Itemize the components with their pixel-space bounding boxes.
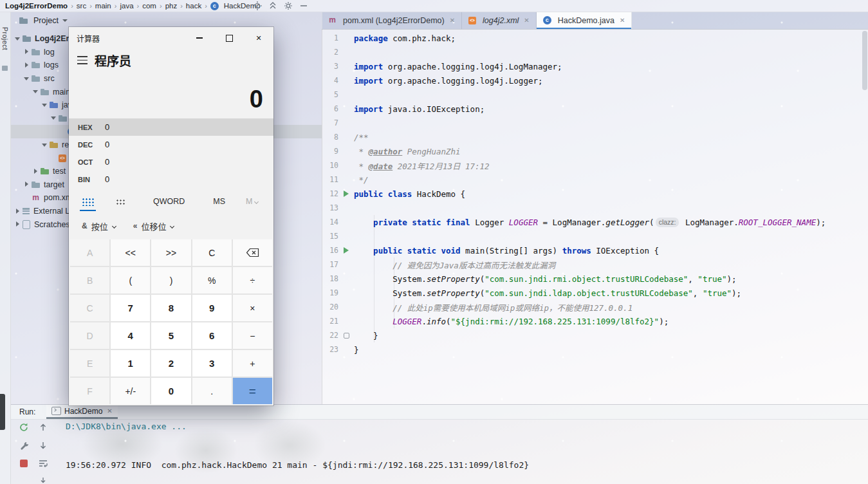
tree-toggle-icon[interactable] xyxy=(23,48,30,55)
line-number[interactable]: 9 xyxy=(322,147,344,156)
radix-row-oct[interactable]: OCT0 xyxy=(69,153,273,171)
line-number[interactable]: 1 xyxy=(322,33,344,42)
line-number[interactable]: 17 xyxy=(322,260,344,269)
line-number[interactable]: 21 xyxy=(322,317,344,326)
run-line-icon[interactable] xyxy=(344,191,349,197)
line-number[interactable]: 13 xyxy=(322,203,344,212)
calc-key-plus-minus[interactable]: +/- xyxy=(111,378,150,404)
calc-key-hex-d[interactable]: D xyxy=(70,322,109,349)
breadcrumb-item-main[interactable]: main xyxy=(95,2,111,10)
line-number[interactable]: 20 xyxy=(322,302,344,312)
tree-toggle-icon[interactable] xyxy=(14,35,21,42)
close-button[interactable]: ✕ xyxy=(244,27,273,49)
hide-panel-icon[interactable] xyxy=(299,1,308,11)
calc-key-digit-0[interactable]: 0 xyxy=(151,378,190,404)
calc-key-digit-5[interactable]: 5 xyxy=(151,322,190,349)
calc-key-subtract[interactable]: − xyxy=(233,322,272,349)
project-panel-header[interactable]: Project xyxy=(10,12,322,29)
rerun-button[interactable] xyxy=(18,422,30,433)
breadcrumb-item-log4j2errordemo[interactable]: Log4j2ErrorDemo xyxy=(5,2,68,10)
line-number[interactable]: 12 xyxy=(322,189,344,198)
calc-key-digit-8[interactable]: 8 xyxy=(151,295,190,321)
calc-key-hex-a[interactable]: A xyxy=(70,239,109,266)
calc-key-hex-c[interactable]: C xyxy=(70,295,109,321)
settings-wrench-icon[interactable] xyxy=(18,440,30,451)
down-stack-trace-icon[interactable] xyxy=(37,440,49,451)
menu-icon[interactable] xyxy=(77,56,88,64)
tree-toggle-icon[interactable] xyxy=(41,102,48,109)
line-number[interactable]: 3 xyxy=(322,62,344,71)
editor-tab-pom-xml-log4j2errordemo[interactable]: mpom.xml (Log4j2ErrorDemo)✕ xyxy=(322,12,462,29)
stop-button[interactable] xyxy=(18,458,30,469)
calc-key-clear[interactable]: C xyxy=(192,239,232,266)
up-stack-trace-icon[interactable] xyxy=(37,422,49,433)
breadcrumb-item-hack[interactable]: hack xyxy=(186,2,201,10)
bit-toggle-keypad-icon[interactable] xyxy=(116,199,125,205)
word-size-button[interactable]: QWORD xyxy=(148,194,190,209)
settings-gear-icon[interactable] xyxy=(283,1,293,11)
radix-row-bin[interactable]: BIN0 xyxy=(69,171,273,188)
calc-key-digit-4[interactable]: 4 xyxy=(111,322,150,349)
line-number[interactable]: 10 xyxy=(322,161,344,170)
locate-file-icon[interactable] xyxy=(252,1,262,11)
full-keypad-icon[interactable] xyxy=(82,198,94,206)
close-icon[interactable]: ✕ xyxy=(107,407,112,414)
line-number[interactable]: 14 xyxy=(322,218,344,227)
line-number[interactable]: 16 xyxy=(322,246,344,255)
calc-key-shift-right[interactable]: >> xyxy=(151,239,190,266)
bitwise-menu-button[interactable]: & 按位 xyxy=(78,219,120,233)
calculator-titlebar[interactable]: 计算器 ✕ xyxy=(69,27,273,49)
tree-toggle-icon[interactable] xyxy=(41,142,48,149)
calc-key-digit-2[interactable]: 2 xyxy=(151,350,190,377)
breadcrumb-item-java[interactable]: java xyxy=(120,2,133,10)
minimize-button[interactable] xyxy=(185,27,214,49)
calc-key-backspace[interactable] xyxy=(233,239,272,266)
line-number[interactable]: 7 xyxy=(322,118,344,127)
maximize-button[interactable] xyxy=(214,27,244,49)
editor-scrollbar[interactable] xyxy=(862,31,867,402)
calc-key-hex-b[interactable]: B xyxy=(70,267,109,293)
line-number[interactable]: 23 xyxy=(322,345,344,354)
close-icon[interactable]: ✕ xyxy=(450,17,455,24)
line-number[interactable]: 19 xyxy=(322,288,344,297)
line-number[interactable]: 22 xyxy=(322,331,344,340)
radix-row-hex[interactable]: HEX0 xyxy=(69,118,273,136)
memory-store-button[interactable]: MS xyxy=(208,194,230,209)
line-number[interactable]: 6 xyxy=(322,104,344,113)
calc-key-digit-9[interactable]: 9 xyxy=(192,295,232,321)
calc-key-digit-3[interactable]: 3 xyxy=(192,350,232,377)
tree-toggle-icon[interactable] xyxy=(32,168,39,175)
calc-key-digit-1[interactable]: 1 xyxy=(111,350,150,377)
calc-key-digit-7[interactable]: 7 xyxy=(111,295,150,321)
run-line-icon[interactable] xyxy=(344,247,349,254)
calc-key-percent[interactable]: % xyxy=(192,267,232,293)
line-number[interactable]: 11 xyxy=(322,175,344,184)
tree-toggle-icon[interactable] xyxy=(23,181,30,188)
tree-toggle-icon[interactable] xyxy=(50,115,57,122)
console-output[interactable]: D:\JDK8\bin\java.exe ... 19:56:20.972 IN… xyxy=(55,419,865,484)
collapse-all-icon[interactable] xyxy=(268,1,277,11)
line-number[interactable]: 5 xyxy=(322,90,344,99)
close-icon[interactable]: ✕ xyxy=(620,17,625,24)
tree-toggle-icon[interactable] xyxy=(23,75,30,82)
calc-key-hex-e[interactable]: E xyxy=(70,350,109,377)
calc-key-hex-f[interactable]: F xyxy=(70,378,109,404)
calc-key-equals[interactable]: = xyxy=(233,378,272,404)
chevron-down-icon[interactable] xyxy=(62,18,67,23)
tree-toggle-icon[interactable] xyxy=(14,221,21,228)
tree-toggle-icon[interactable] xyxy=(14,208,21,215)
breadcrumb-item-com[interactable]: com xyxy=(142,2,156,10)
soft-wrap-icon[interactable] xyxy=(37,458,49,469)
line-number[interactable]: 2 xyxy=(322,48,344,57)
radix-row-dec[interactable]: DEC0 xyxy=(69,136,273,153)
line-number[interactable]: 15 xyxy=(322,232,344,241)
calc-key-open-paren[interactable]: ( xyxy=(111,267,150,293)
code-editor[interactable]: 1package com.phz.hack;23import org.apach… xyxy=(322,29,868,404)
breadcrumb-item-phz[interactable]: phz xyxy=(165,2,178,10)
run-tab-hackdemo[interactable]: HackDemo ✕ xyxy=(46,405,118,419)
memory-menu-button[interactable]: M xyxy=(242,196,263,207)
tree-toggle-icon[interactable] xyxy=(32,88,39,95)
calc-key-shift-left[interactable]: << xyxy=(111,239,150,266)
calc-key-digit-6[interactable]: 6 xyxy=(192,322,232,349)
bitshift-menu-button[interactable]: « 位移位 xyxy=(129,219,179,233)
